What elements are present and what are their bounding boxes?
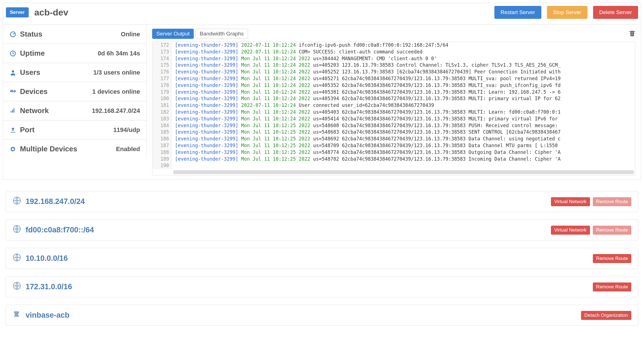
route-row: 10.10.0.0/16Remove Route: [6, 248, 638, 269]
devices-icon: [9, 88, 17, 95]
log-gutter: 189: [152, 156, 172, 163]
log-gutter: 175: [152, 62, 172, 69]
sidebar-item-status: StatusOnline: [3, 25, 147, 44]
log-gutter: 172: [152, 42, 172, 49]
log-line: 173[evening-thunder-3299] 2022-07-11 10:…: [152, 49, 635, 55]
sidebar-item-multiple-devices: Multiple DevicesEnabled: [3, 140, 147, 158]
log-gutter: 177: [152, 75, 172, 82]
log-text: [evening-thunder-3299] Mon Jul 11 10:12:…: [172, 89, 564, 96]
log-line: 184[evening-thunder-3299] Mon Jul 11 10:…: [152, 122, 635, 129]
sidebar-value: 1 devices online: [92, 88, 140, 95]
log-text: [evening-thunder-3299] Mon Jul 11 10:12:…: [172, 82, 564, 89]
sidebar-label: Devices: [20, 87, 48, 96]
restart-server-button[interactable]: Restart Server: [494, 6, 541, 19]
log-gutter: 186: [152, 136, 172, 142]
route-label: 192.168.247.0/24: [26, 197, 85, 206]
stop-server-button[interactable]: Stop Server: [547, 6, 587, 19]
sidebar-value: 1194/udp: [113, 126, 140, 134]
log-text: [evening-thunder-3299] Mon Jul 11 10:12:…: [172, 122, 560, 129]
log-text: [evening-thunder-3299] Mon Jul 11 10:12:…: [172, 136, 564, 142]
upload-icon: [9, 126, 17, 134]
sidebar-item-devices: Devices1 devices online: [3, 82, 147, 101]
remove-route-button[interactable]: Remove Route: [593, 254, 631, 263]
log-line: 174[evening-thunder-3299] Mon Jul 11 10:…: [152, 55, 635, 62]
log-text: [evening-thunder-3299] Mon Jul 11 10:12:…: [172, 69, 564, 75]
sidebar-value: 0d 6h 34m 14s: [98, 50, 140, 57]
log-text: [evening-thunder-3299] 2022-07-11 10:12:…: [172, 102, 437, 109]
remove-route-button: Remove Route: [593, 197, 631, 206]
globe-icon: [13, 225, 21, 235]
gear-icon: [9, 145, 17, 153]
log-gutter: 173: [152, 49, 172, 55]
organization-row: vinbase-acbDetach Organization: [6, 305, 638, 326]
server-log[interactable]: 172[evening-thunder-3299] 2022-07-11 10:…: [152, 42, 635, 176]
clear-log-icon[interactable]: [629, 30, 635, 38]
route-row: fd00:c0a8:f700::/64Virtual NetworkRemove…: [6, 219, 638, 241]
log-line: 188[evening-thunder-3299] Mon Jul 11 10:…: [152, 149, 635, 156]
log-text: [evening-thunder-3299] 2022-07-11 10:12:…: [172, 49, 425, 55]
route-label: fd00:c0a8:f700::/64: [26, 226, 94, 234]
sidebar-label: Users: [20, 68, 40, 77]
log-text: [evening-thunder-3299] Mon Jul 11 10:12:…: [172, 95, 564, 102]
log-text: [evening-thunder-3299] Mon Jul 11 10:12:…: [172, 149, 564, 156]
log-line: 182[evening-thunder-3299] Mon Jul 11 10:…: [152, 109, 635, 116]
globe-icon: [13, 196, 21, 207]
log-gutter: 187: [152, 142, 172, 149]
sidebar-value: Online: [121, 31, 140, 38]
log-gutter: 179: [152, 89, 172, 96]
log-line: 187[evening-thunder-3299] Mon Jul 11 10:…: [152, 142, 635, 149]
route-row: 172.31.0.0/16Remove Route: [6, 276, 638, 297]
sidebar-value: 1/3 users online: [93, 69, 140, 76]
log-gutter: 188: [152, 149, 172, 156]
log-text: [172, 162, 178, 169]
route-row: 192.168.247.0/24Virtual NetworkRemove Ro…: [6, 191, 638, 212]
globe-icon: [13, 282, 21, 292]
log-line: 185[evening-thunder-3299] Mon Jul 11 10:…: [152, 129, 635, 136]
log-text: [evening-thunder-3299] Mon Jul 11 10:12:…: [172, 156, 564, 163]
log-text: [evening-thunder-3299] Mon Jul 11 10:12:…: [172, 55, 440, 62]
log-line: 189[evening-thunder-3299] Mon Jul 11 10:…: [152, 156, 635, 163]
log-gutter: 180: [152, 95, 172, 102]
rook-icon: [13, 310, 21, 320]
remove-route-button[interactable]: Remove Route: [593, 282, 631, 291]
tab-bandwidth-graphs[interactable]: Bandwidth Graphs: [195, 29, 248, 39]
log-gutter: 190: [152, 162, 172, 169]
log-gutter: 178: [152, 82, 172, 89]
organization-label: vinbase-acb: [26, 311, 69, 320]
log-text: [evening-thunder-3299] Mon Jul 11 10:12:…: [172, 109, 564, 116]
log-text: [evening-thunder-3299] Mon Jul 11 10:12:…: [172, 116, 560, 122]
log-text: [evening-thunder-3299] Mon Jul 11 10:12:…: [172, 129, 564, 136]
log-text: [evening-thunder-3299] Mon Jul 11 10:12:…: [172, 75, 564, 82]
server-badge: Server: [6, 7, 29, 17]
log-gutter: 176: [152, 69, 172, 75]
log-text: [evening-thunder-3299] Mon Jul 11 10:12:…: [172, 142, 560, 149]
log-line: 186[evening-thunder-3299] Mon Jul 11 10:…: [152, 136, 635, 142]
globe-icon: [13, 253, 21, 264]
log-line: 183[evening-thunder-3299] Mon Jul 11 10:…: [152, 116, 635, 122]
sidebar-item-network: Network192.168.247.0/24: [3, 101, 147, 120]
sidebar-label: Uptime: [20, 49, 45, 58]
log-line: 177[evening-thunder-3299] Mon Jul 11 10:…: [152, 75, 635, 82]
log-gutter: 174: [152, 55, 172, 62]
sidebar-item-port: Port1194/udp: [3, 120, 147, 140]
sidebar-value: Enabled: [116, 145, 140, 153]
sidebar-label: Network: [20, 106, 49, 115]
log-line: 179[evening-thunder-3299] Mon Jul 11 10:…: [152, 89, 635, 96]
remove-route-button: Remove Route: [593, 226, 631, 235]
detach-organization-button[interactable]: Detach Organization: [581, 311, 631, 320]
tab-server-output[interactable]: Server Output: [152, 29, 194, 39]
sidebar-label: Port: [20, 125, 35, 134]
log-line: 175[evening-thunder-3299] Mon Jul 11 10:…: [152, 62, 635, 69]
log-gutter: 185: [152, 129, 172, 136]
server-name: acb-dev: [34, 7, 68, 18]
sidebar: StatusOnlineUptime0d 6h 34m 14sUsers1/3 …: [3, 25, 147, 180]
log-gutter: 181: [152, 102, 172, 109]
route-label: 172.31.0.0/16: [26, 282, 72, 291]
delete-server-button[interactable]: Delete Server: [593, 6, 638, 19]
log-line: 178[evening-thunder-3299] Mon Jul 11 10:…: [152, 82, 635, 89]
log-line: 172[evening-thunder-3299] 2022-07-11 10:…: [152, 42, 635, 49]
horizontal-scrollbar[interactable]: [173, 170, 634, 174]
log-gutter: 183: [152, 116, 172, 122]
sidebar-item-uptime: Uptime0d 6h 34m 14s: [3, 44, 147, 63]
virtual-network-badge: Virtual Network: [551, 197, 590, 206]
